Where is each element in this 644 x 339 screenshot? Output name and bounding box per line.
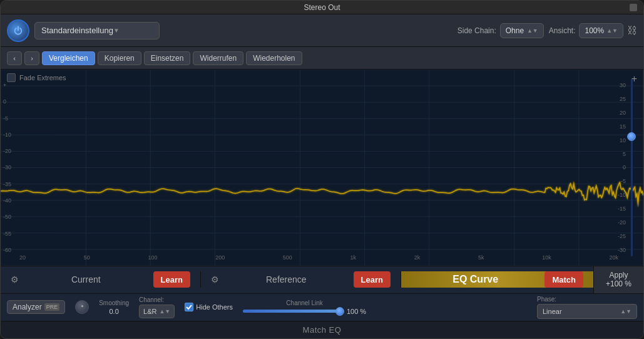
db-left-9: -55 <box>3 231 11 237</box>
view-label: Ansicht: <box>549 26 576 35</box>
paste-label: Einsetzen <box>151 54 184 63</box>
freq-500: 500 <box>283 254 292 261</box>
section-reference: ⚙ Reference Learn <box>201 271 401 288</box>
title-bar: Stereo Out <box>1 1 643 14</box>
db-right-10: -20 <box>618 219 626 226</box>
phase-value: Linear <box>543 308 562 315</box>
db-left-8: -50 <box>3 214 11 220</box>
vslider-thumb[interactable] <box>627 132 636 141</box>
side-chain-arrow: ▲▼ <box>527 28 538 34</box>
fade-extremes-label: Fade Extremes <box>19 74 66 81</box>
side-chain-select[interactable]: Ohne ▲▼ <box>500 23 544 38</box>
reference-gear-icon[interactable]: ⚙ <box>211 274 219 284</box>
window-control[interactable] <box>630 4 637 11</box>
hide-others-checkbox[interactable] <box>185 303 193 311</box>
compare-button[interactable]: Vergleichen <box>42 51 95 65</box>
side-chain-value: Ohne <box>506 26 524 35</box>
db-left-0: + <box>3 82 11 88</box>
fade-extremes-row: Fade Extremes <box>7 73 66 82</box>
db-scale-right: 30 25 20 15 10 5 0 -5 -10 -15 -20 -25 -3… <box>618 82 626 253</box>
redo-label: Wiederholen <box>253 54 295 63</box>
channel-group: Channel: L&R ▲▼ <box>139 296 175 318</box>
back-icon: ‹ <box>13 55 16 62</box>
undo-button[interactable]: Widerrufen <box>193 51 243 65</box>
match-button[interactable]: Match <box>544 271 583 288</box>
compare-label: Vergleichen <box>49 54 88 63</box>
smoothing-knob[interactable] <box>75 300 89 314</box>
eq-curve-label: EQ Curve <box>411 274 539 285</box>
view-group: Ansicht: 100% ▲▼ ⛓ <box>549 23 637 38</box>
freq-20k: 20k <box>609 254 618 261</box>
analyzer-button[interactable]: Analyzer PRE <box>7 300 65 314</box>
section-eq-curve: EQ Curve Match <box>401 271 593 288</box>
fade-extremes-checkbox[interactable] <box>7 73 16 82</box>
main-toolbar: Standardeinstellung ▼ Side Chain: Ohne ▲… <box>1 14 643 47</box>
channel-arrow: ▲▼ <box>159 308 170 315</box>
freq-50: 50 <box>84 254 90 261</box>
link-slider-fill <box>243 310 343 313</box>
db-left-4: -20 <box>3 148 11 154</box>
link-slider-thumb[interactable] <box>335 307 344 316</box>
freq-5k: 5k <box>478 254 484 261</box>
nav-toolbar: ‹ › Vergleichen Kopieren Einsetzen Wider… <box>1 47 643 70</box>
db-right-0: 30 <box>618 82 626 88</box>
preset-dropdown[interactable]: Standardeinstellung ▼ <box>34 22 160 39</box>
channel-link-value: 100 % <box>347 308 366 315</box>
eq-display[interactable]: Fade Extremes + + 0 -5 -10 -20 -30 -35 -… <box>1 70 643 266</box>
db-right-11: -25 <box>618 233 626 239</box>
freq-2k: 2k <box>414 254 421 261</box>
view-value: 100% <box>585 26 604 35</box>
smoothing-group: Smoothing 0.0 <box>99 300 129 315</box>
power-button[interactable] <box>7 19 29 42</box>
link-icon[interactable]: ⛓ <box>627 25 637 36</box>
current-gear-icon[interactable]: ⚙ <box>11 274 19 284</box>
plugin-window: Stereo Out Standardeinstellung ▼ Side Ch… <box>0 0 644 339</box>
smoothing-label: Smoothing <box>99 300 129 306</box>
section-apply: Apply +100 % <box>593 266 643 293</box>
undo-label: Widerrufen <box>200 54 237 63</box>
freq-scale: 20 50 100 200 500 1k 2k 5k 10k 20k <box>19 254 618 261</box>
vertical-slider[interactable] <box>627 79 636 256</box>
channel-select[interactable]: L&R ▲▼ <box>139 305 175 318</box>
channel-link-slider[interactable] <box>243 310 343 313</box>
db-left-2: -5 <box>3 115 11 122</box>
freq-1k: 1k <box>350 254 357 261</box>
params-bar: Analyzer PRE Smoothing 0.0 Channel: L&R … <box>1 294 643 321</box>
phase-arrow: ▲▼ <box>620 308 631 315</box>
db-right-3: 15 <box>618 123 626 130</box>
channel-value: L&R <box>143 308 156 315</box>
pre-badge: PRE <box>44 303 60 311</box>
eq-canvas[interactable] <box>1 70 643 266</box>
side-chain-group: Side Chain: Ohne ▲▼ <box>457 23 544 38</box>
db-right-6: 0 <box>618 164 626 170</box>
footer: Match EQ <box>1 321 643 338</box>
db-right-12: -30 <box>618 247 626 253</box>
db-left-10: -60 <box>3 247 11 253</box>
db-left-1: 0 <box>3 98 11 105</box>
section-current: ⚙ Current Learn <box>1 271 201 288</box>
knob-dot <box>81 305 83 307</box>
db-left-3: -10 <box>3 132 11 138</box>
db-left-7: -40 <box>3 197 11 204</box>
reference-label: Reference <box>223 274 350 284</box>
forward-button[interactable]: › <box>24 51 39 65</box>
freq-100: 100 <box>148 254 157 261</box>
freq-20: 20 <box>19 254 26 261</box>
vslider-track <box>631 79 633 256</box>
preset-value: Standardeinstellung <box>41 26 113 35</box>
db-right-4: 10 <box>618 137 626 143</box>
redo-button[interactable]: Wiederholen <box>246 51 302 65</box>
view-select[interactable]: 100% ▲▼ <box>579 23 623 38</box>
add-band-button[interactable]: + <box>631 73 637 85</box>
channel-link-group: Channel Link 100 % <box>243 300 366 315</box>
channel-label: Channel: <box>139 296 175 303</box>
db-right-9: -15 <box>618 206 626 212</box>
reference-learn-button[interactable]: Learn <box>354 271 391 288</box>
back-button[interactable]: ‹ <box>7 51 22 65</box>
phase-select[interactable]: Linear ▲▼ <box>537 304 637 319</box>
copy-button[interactable]: Kopieren <box>98 51 141 65</box>
current-learn-button[interactable]: Learn <box>153 271 190 288</box>
eq-section-bar: ⚙ Current Learn ⚙ Reference Learn EQ Cur… <box>1 266 643 294</box>
copy-label: Kopieren <box>105 54 135 63</box>
paste-button[interactable]: Einsetzen <box>144 51 191 65</box>
